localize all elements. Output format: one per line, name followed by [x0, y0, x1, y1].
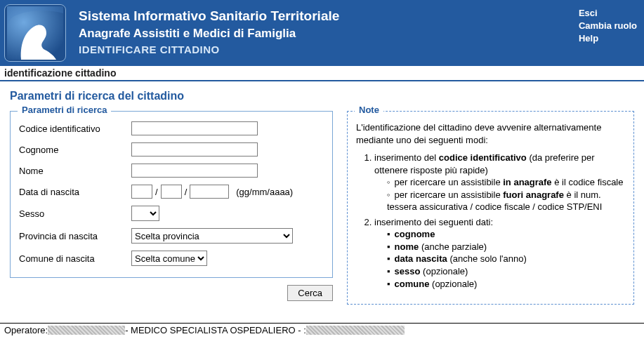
date-separator: /	[155, 187, 158, 197]
provincia-label: Provincia di nascita	[19, 231, 131, 241]
nome-label: Nome	[19, 166, 131, 176]
operator-role: - MEDICO SPECIALISTA OSPEDALIERO - :	[125, 325, 306, 335]
system-title: Sistema Informativo Sanitario Territoria…	[79, 8, 579, 24]
sesso-label: Sesso	[19, 208, 131, 219]
form-actions: Cerca	[10, 285, 333, 301]
breadcrumb: identificazione cittadino	[0, 66, 644, 81]
app-header: Sistema Informativo Sanitario Territoria…	[0, 0, 644, 66]
change-role-link[interactable]: Cambia ruolo	[579, 20, 637, 32]
notes-body: L'identificazione del cittadino deve avv…	[356, 121, 625, 290]
date-format-hint: (gg/mm/aaaa)	[236, 187, 293, 197]
date-separator: /	[185, 187, 188, 197]
notes-fieldset: Note L'identificazione del cittadino dev…	[347, 111, 634, 305]
function-title: IDENTIFICARE CITTADINO	[79, 44, 579, 55]
provincia-select[interactable]: Scelta provincia	[131, 228, 293, 244]
year-input[interactable]	[190, 185, 229, 199]
sesso-select[interactable]	[131, 206, 159, 221]
profile-silhouette-icon	[7, 6, 63, 60]
cognome-input[interactable]	[131, 142, 258, 156]
notes-legend: Note	[355, 105, 383, 115]
month-input[interactable]	[161, 185, 182, 199]
operatore-label: Operatore:	[4, 325, 48, 335]
header-titles: Sistema Informativo Sanitario Territoria…	[79, 4, 579, 55]
notes-sub-1a: per ricercare un assistibile in anagrafe…	[387, 176, 625, 189]
logout-link[interactable]: Esci	[579, 7, 637, 20]
notes-item-2: inserimento dei seguenti dati: cognome n…	[374, 216, 625, 290]
main-content: Parametri di ricerca del cittadino Param…	[0, 81, 644, 310]
codice-identificativo-input[interactable]	[131, 121, 258, 135]
header-links: Esci Cambia ruolo Help	[579, 4, 637, 46]
cognome-label: Cognome	[19, 145, 131, 155]
app-logo	[4, 4, 66, 62]
search-parameters-fieldset: Parametri di ricerca Codice identificati…	[10, 111, 333, 278]
data-nascita-label: Data di nascita	[19, 187, 131, 197]
page-title: Parametri di ricerca del cittadino	[10, 90, 634, 102]
help-link[interactable]: Help	[579, 32, 637, 45]
notes-item-1: inserimento del codice identificativo (d…	[374, 152, 625, 213]
operator-name-redacted	[48, 326, 125, 335]
search-legend: Parametri di ricerca	[18, 105, 111, 115]
status-bar: Operatore: - MEDICO SPECIALISTA OSPEDALI…	[0, 323, 644, 337]
notes-intro: L'identificazione del cittadino deve avv…	[356, 122, 601, 145]
module-title: Anagrafe Assistiti e Medici di Famiglia	[79, 27, 579, 41]
day-input[interactable]	[131, 185, 152, 199]
comune-label: Comune di nascita	[19, 253, 131, 264]
cerca-button[interactable]: Cerca	[287, 285, 333, 301]
operator-detail-redacted	[306, 326, 405, 335]
codice-label: Codice identificativo	[19, 124, 131, 134]
notes-sub-1b: per ricercare un assistibile fuori anagr…	[387, 189, 625, 213]
nome-input[interactable]	[131, 164, 258, 178]
comune-select[interactable]: Scelta comune	[131, 251, 207, 266]
